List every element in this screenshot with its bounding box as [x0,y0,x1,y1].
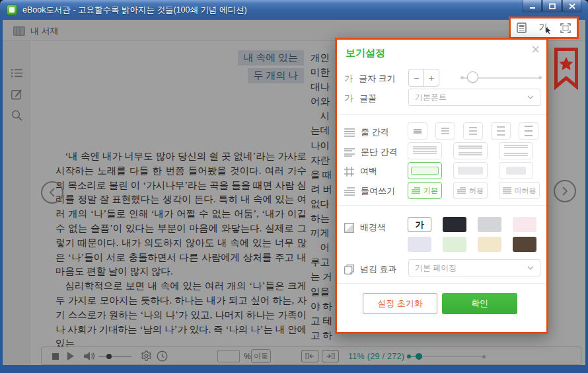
bg-swatch-white[interactable]: 가 [408,217,431,232]
indent-icon [344,187,355,196]
font-family-row-label: 가 글꼴 [344,93,377,104]
reset-settings-button[interactable]: 설정 초기화 [363,293,437,314]
background-color-icon [344,223,354,233]
font-family-icon: 가 [344,93,353,104]
margin-icon [344,167,354,177]
page-transition-dropdown[interactable]: 기본 페이징 [408,259,540,276]
panel-title: 보기설정 [346,47,385,60]
line-spacing-icon [344,128,355,137]
app-window: eBook도서관 - 고요할수록 밝아지는 것들(100쇄 기념 에디션) 내 … [0,0,588,373]
chevron-down-icon [527,95,534,99]
confirm-button[interactable]: 확인 [442,293,517,314]
indent-row-label: 들여쓰기 [344,185,395,197]
font-size-minus-button[interactable]: − [409,69,424,86]
page-transition-icon [344,265,354,274]
margin-option-2[interactable] [453,162,488,179]
margin-option-1-selected[interactable] [408,162,442,179]
maximize-button[interactable] [542,0,562,13]
font-settings-icon[interactable]: 가 [538,22,548,34]
font-size-icon: 가 [344,73,353,85]
line-spacing-row-label: 줄 간격 [344,126,389,138]
view-tools-highlight-box: 가 [509,17,579,39]
chevron-down-icon [527,266,534,270]
line-spacing-option-5[interactable] [519,122,538,140]
window-titlebar[interactable]: eBook도서관 - 고요할수록 밝아지는 것들(100쇄 기념 에디션) [0,0,588,20]
mouse-cursor-icon [546,26,552,34]
bg-swatch-pink[interactable] [513,217,536,232]
indent-option-allow[interactable]: 허용 [453,182,488,199]
indent-option-default-selected[interactable]: 기본 [408,182,442,199]
line-spacing-option-2[interactable] [435,122,455,140]
paragraph-spacing-row-label: 문단 간격 [344,146,398,158]
paragraph-spacing-option-1[interactable] [408,142,442,159]
bg-swatch-black[interactable] [443,217,466,232]
bookmark-ribbon-icon[interactable] [554,48,578,90]
line-spacing-option-1[interactable] [408,122,427,140]
line-spacing-option-3[interactable] [463,122,483,140]
indent-option-disallow[interactable]: 미허용 [499,182,540,199]
paragraph-spacing-option-2[interactable] [453,142,488,159]
page-layout-icon[interactable] [517,22,527,33]
font-size-stepper: − + [408,69,439,87]
divider [337,283,546,284]
indent-default-icon [412,187,420,194]
paragraph-spacing-option-3[interactable] [499,142,533,159]
background-color-row-label: 배경색 [344,222,386,233]
bg-swatch-lavender[interactable] [408,237,431,252]
font-size-plus-button[interactable]: + [424,69,439,86]
indent-allow-icon [457,187,466,194]
bg-swatch-green[interactable] [443,237,466,252]
margin-option-3[interactable] [499,162,533,179]
font-family-dropdown[interactable]: 기본폰트 [408,89,540,106]
line-spacing-option-4[interactable] [491,122,511,140]
margin-row-label: 여백 [344,165,377,177]
close-button[interactable] [562,0,581,13]
divider [337,114,546,115]
indent-disallow-icon [503,187,511,194]
close-icon[interactable]: × [531,42,540,57]
minimize-button[interactable] [523,0,542,13]
transition-row-label: 넘김 효과 [344,263,397,275]
fullscreen-icon[interactable] [560,23,571,33]
slider-start-dot [460,76,464,79]
bg-swatch-gray[interactable] [478,217,501,232]
divider [337,205,546,206]
paragraph-spacing-icon [344,148,355,157]
view-settings-panel: 보기설정 × 가 글자 크기 − + 가 글꼴 기본폰트 [335,38,548,334]
bg-swatch-brown[interactable] [513,237,536,252]
font-size-slider-handle[interactable] [467,71,478,83]
slider-end-dot [538,76,542,79]
bg-swatch-cream[interactable] [478,237,501,252]
font-size-row-label: 가 글자 크기 [344,73,396,85]
app-icon [7,5,17,15]
window-title: eBook도서관 - 고요할수록 밝아지는 것들(100쇄 기념 에디션) [22,5,247,16]
